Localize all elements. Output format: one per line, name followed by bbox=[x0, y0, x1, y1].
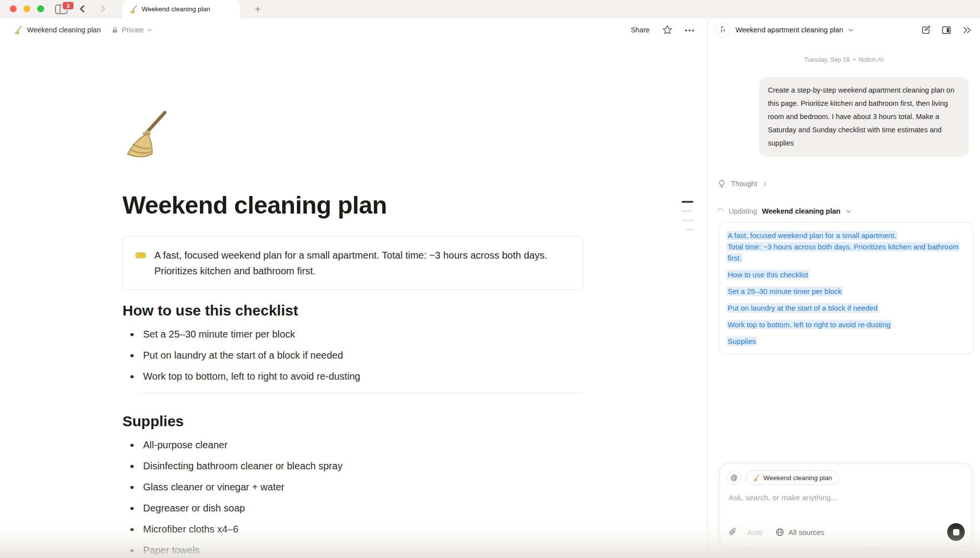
mention-button[interactable]: @ bbox=[727, 470, 741, 485]
user-message-bubble: Create a step-by-step weekend apartment … bbox=[759, 77, 969, 157]
callout-text: A fast, focused weekend plan for a small… bbox=[154, 247, 571, 279]
lock-icon bbox=[111, 26, 119, 34]
list-item[interactable]: All-purpose cleaner bbox=[122, 435, 583, 456]
new-chat-icon[interactable] bbox=[921, 25, 931, 35]
close-window-button[interactable] bbox=[10, 5, 17, 12]
broom-icon bbox=[753, 474, 760, 481]
favorite-star-icon[interactable] bbox=[662, 25, 672, 35]
ai-thread-title[interactable]: Weekend apartment cleaning plan bbox=[735, 26, 843, 34]
thought-toggle[interactable]: Thought bbox=[717, 179, 767, 188]
section-heading[interactable]: Supplies bbox=[122, 412, 583, 431]
ai-panel-header: Weekend apartment cleaning plan bbox=[708, 18, 980, 42]
chat-input[interactable]: Ask, search, or make anything... bbox=[720, 485, 972, 502]
attachment-icon[interactable] bbox=[728, 527, 737, 537]
panel-layout-icon[interactable] bbox=[941, 25, 952, 35]
notification-badge: 3 bbox=[62, 1, 74, 10]
ai-composer: @ Weekend cleaning plan Ask, search, or … bbox=[719, 463, 972, 547]
page-title[interactable]: Weekend cleaning plan bbox=[122, 190, 583, 221]
privacy-label: Private bbox=[122, 26, 144, 34]
conversation-date: Tuesday, Sep 16 bbox=[804, 56, 850, 63]
sources-label: All sources bbox=[788, 528, 824, 536]
updating-label: Updating bbox=[729, 207, 757, 215]
dot-separator: • bbox=[853, 56, 855, 63]
privacy-selector[interactable]: Private bbox=[111, 26, 152, 34]
collapse-panel-icon[interactable] bbox=[962, 25, 972, 35]
list-item[interactable]: Put on laundry at the start of a block i… bbox=[122, 345, 583, 366]
list-item[interactable]: Degreaser or dish soap bbox=[122, 498, 583, 519]
share-button[interactable]: Share bbox=[631, 26, 650, 34]
page-icon-broom[interactable] bbox=[122, 110, 169, 157]
section-heading[interactable]: How to use this checklist bbox=[122, 301, 583, 320]
divider bbox=[139, 393, 583, 393]
list-item[interactable]: Paper towels bbox=[122, 540, 583, 558]
list-item[interactable]: Disinfecting bathroom cleaner or bleach … bbox=[122, 456, 583, 477]
section-supplies: Supplies All-purpose cleaner Disinfectin… bbox=[122, 412, 583, 558]
forward-button[interactable] bbox=[98, 4, 108, 14]
diff-line: Work top to bottom, left to right to avo… bbox=[727, 319, 965, 330]
chevron-down-icon bbox=[147, 27, 152, 33]
diff-line: A fast, focused weekend plan for a small… bbox=[727, 230, 965, 241]
diff-line: Supplies bbox=[727, 336, 965, 347]
thought-label: Thought bbox=[731, 180, 757, 188]
agent-name: Notion AI bbox=[858, 56, 883, 63]
notion-ai-panel: Weekend apartment cleaning plan Tuesday,… bbox=[707, 18, 980, 558]
updating-status-row[interactable]: Updating Weekend cleaning plan bbox=[717, 207, 852, 215]
section-how-to-use: How to use this checklist Set a 25–30 mi… bbox=[122, 301, 583, 387]
back-button[interactable] bbox=[77, 4, 87, 14]
notion-ai-face-icon bbox=[715, 23, 730, 37]
chevron-right-icon bbox=[762, 181, 767, 187]
callout-block[interactable]: A fast, focused weekend plan for a small… bbox=[122, 236, 583, 290]
list-item[interactable]: Glass cleaner or vinegar + water bbox=[122, 477, 583, 498]
conversation-date-row: Tuesday, Sep 16 • Notion AI bbox=[708, 56, 980, 63]
tab-title: Weekend cleaning plan bbox=[142, 5, 210, 13]
list-item[interactable]: Work top to bottom, left to right to avo… bbox=[122, 366, 583, 387]
globe-icon bbox=[775, 528, 784, 537]
breadcrumb-page-title[interactable]: Weekend cleaning plan bbox=[27, 26, 100, 34]
context-page-chip[interactable]: Weekend cleaning plan bbox=[746, 470, 839, 485]
model-mode-selector[interactable]: Auto bbox=[747, 528, 762, 536]
new-tab-button[interactable]: + bbox=[249, 0, 267, 18]
lightbulb-icon bbox=[717, 179, 726, 188]
minimize-window-button[interactable] bbox=[24, 5, 30, 12]
broom-icon bbox=[14, 26, 22, 34]
stop-generating-button[interactable] bbox=[947, 523, 965, 541]
diff-line: How to use this checklist bbox=[727, 269, 965, 280]
zoom-window-button[interactable] bbox=[37, 5, 44, 12]
list-item[interactable]: Microfiber cloths x4–6 bbox=[122, 519, 583, 540]
page-header: Weekend cleaning plan Private Share ••• bbox=[0, 18, 707, 42]
ai-writing-indicator bbox=[682, 201, 696, 238]
page-content: Weekend cleaning plan A fast, focused we… bbox=[0, 42, 707, 558]
window-titlebar: 3 Weekend cleaning plan + bbox=[0, 0, 980, 18]
stop-icon bbox=[953, 529, 959, 535]
sources-selector[interactable]: All sources bbox=[775, 528, 824, 537]
updating-target-page: Weekend cleaning plan bbox=[762, 207, 840, 215]
list-item[interactable]: Set a 25–30 minute timer per block bbox=[122, 324, 583, 345]
chevron-down-icon bbox=[845, 208, 852, 215]
sponge-icon bbox=[135, 249, 147, 261]
ai-edit-preview-card[interactable]: A fast, focused weekend plan for a small… bbox=[718, 222, 973, 354]
diff-line: Put on laundry at the start of a block i… bbox=[727, 302, 965, 314]
loading-spinner-icon bbox=[716, 207, 725, 216]
diff-line: Set a 25–30 minute timer per block bbox=[727, 286, 965, 297]
diff-line: Total time: ~3 hours across both days. P… bbox=[727, 241, 965, 264]
tab-weekend-cleaning-plan[interactable]: Weekend cleaning plan bbox=[122, 0, 240, 18]
chevron-down-icon[interactable] bbox=[848, 27, 854, 33]
broom-icon bbox=[129, 5, 137, 13]
context-page-label: Weekend cleaning plan bbox=[763, 474, 832, 482]
more-options-button[interactable]: ••• bbox=[685, 26, 695, 34]
